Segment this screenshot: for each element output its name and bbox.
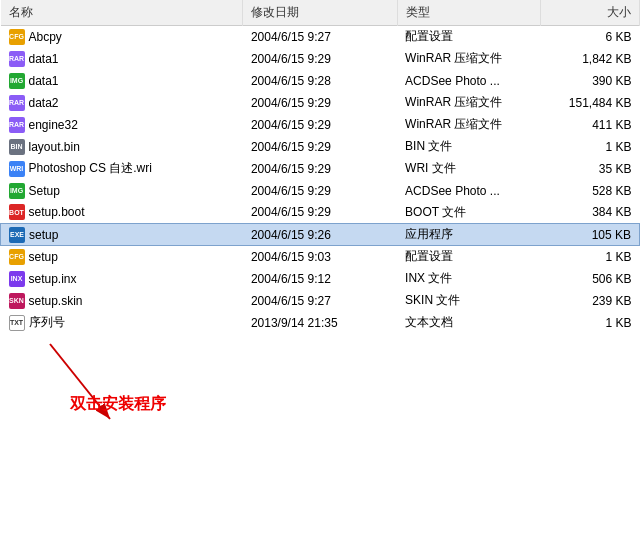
- file-name-cell: EXE setup: [1, 224, 243, 246]
- file-name-label: setup.boot: [29, 205, 85, 219]
- file-type-cell: 应用程序: [397, 224, 540, 246]
- file-date-cell: 2004/6/15 9:29: [243, 158, 397, 180]
- file-icon-rar: RAR: [9, 95, 25, 111]
- table-header: 名称 修改日期 类型 大小: [1, 0, 640, 26]
- file-size-cell: 411 KB: [540, 114, 639, 136]
- file-size-cell: 528 KB: [540, 180, 639, 202]
- table-row[interactable]: EXE setup 2004/6/15 9:26 应用程序 105 KB: [1, 224, 640, 246]
- file-icon-img: IMG: [9, 183, 25, 199]
- file-size-cell: 1,842 KB: [540, 48, 639, 70]
- file-icon-exe: EXE: [9, 227, 25, 243]
- table-row[interactable]: IMG data1 2004/6/15 9:28 ACDSee Photo ..…: [1, 70, 640, 92]
- file-type-cell: ACDSee Photo ...: [397, 70, 540, 92]
- file-size-cell: 151,484 KB: [540, 92, 639, 114]
- file-type-cell: SKIN 文件: [397, 290, 540, 312]
- file-size-cell: 390 KB: [540, 70, 639, 92]
- file-size-cell: 105 KB: [540, 224, 639, 246]
- file-name-cell: IMG Setup: [1, 180, 243, 202]
- file-list-table: 名称 修改日期 类型 大小 CFG Abcpy 2004/6/15 9:27 配…: [0, 0, 640, 334]
- file-name-cell: TXT 序列号: [1, 312, 243, 334]
- table-row[interactable]: RAR engine32 2004/6/15 9:29 WinRAR 压缩文件 …: [1, 114, 640, 136]
- file-size-cell: 35 KB: [540, 158, 639, 180]
- file-name-label: data1: [29, 74, 59, 88]
- file-date-cell: 2004/6/15 9:28: [243, 70, 397, 92]
- col-header-name[interactable]: 名称: [1, 0, 243, 26]
- file-date-cell: 2004/6/15 9:27: [243, 290, 397, 312]
- file-name-label: Photoshop CS 自述.wri: [29, 160, 152, 177]
- file-size-cell: 506 KB: [540, 268, 639, 290]
- col-header-size[interactable]: 大小: [540, 0, 639, 26]
- table-row[interactable]: WRI Photoshop CS 自述.wri 2004/6/15 9:29 W…: [1, 158, 640, 180]
- file-type-cell: 配置设置: [397, 26, 540, 48]
- file-type-cell: BOOT 文件: [397, 202, 540, 224]
- file-name-label: setup: [29, 228, 58, 242]
- file-name-label: Setup: [29, 184, 60, 198]
- annotation-area: 双击安装程序: [0, 334, 640, 494]
- file-name-label: data2: [29, 96, 59, 110]
- file-date-cell: 2004/6/15 9:26: [243, 224, 397, 246]
- file-name-label: Abcpy: [29, 30, 62, 44]
- file-size-cell: 6 KB: [540, 26, 639, 48]
- file-name-cell: RAR data2: [1, 92, 243, 114]
- file-name-label: setup.inx: [29, 272, 77, 286]
- file-date-cell: 2013/9/14 21:35: [243, 312, 397, 334]
- file-name-cell: RAR engine32: [1, 114, 243, 136]
- col-header-type[interactable]: 类型: [397, 0, 540, 26]
- file-icon-cfg: CFG: [9, 249, 25, 265]
- file-type-cell: BIN 文件: [397, 136, 540, 158]
- file-name-label: 序列号: [29, 314, 65, 331]
- file-date-cell: 2004/6/15 9:29: [243, 202, 397, 224]
- file-date-cell: 2004/6/15 9:29: [243, 114, 397, 136]
- file-name-cell: BIN layout.bin: [1, 136, 243, 158]
- file-name-cell: SKN setup.skin: [1, 290, 243, 312]
- file-name-label: engine32: [29, 118, 78, 132]
- table-row[interactable]: RAR data2 2004/6/15 9:29 WinRAR 压缩文件 151…: [1, 92, 640, 114]
- table-row[interactable]: RAR data1 2004/6/15 9:29 WinRAR 压缩文件 1,8…: [1, 48, 640, 70]
- table-row[interactable]: CFG Abcpy 2004/6/15 9:27 配置设置 6 KB: [1, 26, 640, 48]
- file-date-cell: 2004/6/15 9:03: [243, 246, 397, 268]
- file-icon-cfg: CFG: [9, 29, 25, 45]
- file-icon-wri: WRI: [9, 161, 25, 177]
- annotation-label: 双击安装程序: [70, 394, 166, 415]
- file-icon-bin: BIN: [9, 139, 25, 155]
- file-date-cell: 2004/6/15 9:27: [243, 26, 397, 48]
- file-icon-txt: TXT: [9, 315, 25, 331]
- file-icon-rar: RAR: [9, 117, 25, 133]
- table-row[interactable]: BOT setup.boot 2004/6/15 9:29 BOOT 文件 38…: [1, 202, 640, 224]
- file-name-cell: CFG Abcpy: [1, 26, 243, 48]
- file-name-cell: INX setup.inx: [1, 268, 243, 290]
- file-name-cell: RAR data1: [1, 48, 243, 70]
- file-date-cell: 2004/6/15 9:29: [243, 92, 397, 114]
- file-name-cell: CFG setup: [1, 246, 243, 268]
- table-row[interactable]: SKN setup.skin 2004/6/15 9:27 SKIN 文件 23…: [1, 290, 640, 312]
- file-name-label: layout.bin: [29, 140, 80, 154]
- file-size-cell: 1 KB: [540, 312, 639, 334]
- file-type-cell: 配置设置: [397, 246, 540, 268]
- file-size-cell: 1 KB: [540, 246, 639, 268]
- table-row[interactable]: CFG setup 2004/6/15 9:03 配置设置 1 KB: [1, 246, 640, 268]
- file-icon-img: IMG: [9, 73, 25, 89]
- file-type-cell: WinRAR 压缩文件: [397, 48, 540, 70]
- file-icon-inx: INX: [9, 271, 25, 287]
- file-name-cell: WRI Photoshop CS 自述.wri: [1, 158, 243, 180]
- file-icon-skin: SKN: [9, 293, 25, 309]
- file-type-cell: WinRAR 压缩文件: [397, 114, 540, 136]
- file-type-cell: WinRAR 压缩文件: [397, 92, 540, 114]
- file-name-label: setup.skin: [29, 294, 83, 308]
- table-row[interactable]: BIN layout.bin 2004/6/15 9:29 BIN 文件 1 K…: [1, 136, 640, 158]
- file-date-cell: 2004/6/15 9:12: [243, 268, 397, 290]
- file-size-cell: 384 KB: [540, 202, 639, 224]
- file-type-cell: INX 文件: [397, 268, 540, 290]
- table-row[interactable]: IMG Setup 2004/6/15 9:29 ACDSee Photo ..…: [1, 180, 640, 202]
- table-row[interactable]: TXT 序列号 2013/9/14 21:35 文本文档 1 KB: [1, 312, 640, 334]
- file-date-cell: 2004/6/15 9:29: [243, 180, 397, 202]
- file-list-body: CFG Abcpy 2004/6/15 9:27 配置设置 6 KB RAR d…: [1, 26, 640, 334]
- file-date-cell: 2004/6/15 9:29: [243, 48, 397, 70]
- file-icon-boot: BOT: [9, 204, 25, 220]
- table-row[interactable]: INX setup.inx 2004/6/15 9:12 INX 文件 506 …: [1, 268, 640, 290]
- file-name-label: setup: [29, 250, 58, 264]
- file-date-cell: 2004/6/15 9:29: [243, 136, 397, 158]
- col-header-date[interactable]: 修改日期: [243, 0, 397, 26]
- file-type-cell: ACDSee Photo ...: [397, 180, 540, 202]
- file-icon-rar: RAR: [9, 51, 25, 67]
